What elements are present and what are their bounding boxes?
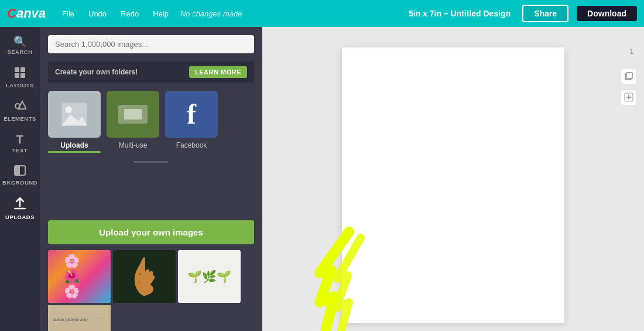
tab-active-indicator <box>48 151 101 153</box>
svg-rect-7 <box>15 166 20 175</box>
image-grid: 🌱🌿🌱 tattoo pattern strip <box>40 250 262 331</box>
sidebar-item-background[interactable]: BKGROUND <box>0 159 40 192</box>
upload-images-button[interactable]: Upload your own images <box>48 220 254 244</box>
floral-image <box>48 250 111 303</box>
facebook-thumb: f <box>165 91 218 138</box>
svg-point-13 <box>138 281 140 283</box>
design-canvas[interactable] <box>342 47 564 323</box>
download-button[interactable]: Download <box>577 6 637 21</box>
svg-text:tattoo pattern strip: tattoo pattern strip <box>53 317 88 322</box>
plant-image: 🌱🌿🌱 <box>178 250 241 303</box>
svg-rect-18 <box>626 73 632 79</box>
svg-point-10 <box>65 106 72 113</box>
svg-rect-3 <box>20 73 25 78</box>
hand-image <box>113 250 176 303</box>
image-thumb-floral[interactable] <box>48 250 111 303</box>
page-number: 1 <box>629 47 633 56</box>
folder-banner-text: Create your own folders! <box>55 68 138 76</box>
learn-more-button[interactable]: LEARN MORE <box>189 66 247 78</box>
save-status: No changes made <box>180 9 242 18</box>
duplicate-page-button[interactable] <box>621 68 637 84</box>
image-thumb-tattoo-strip[interactable]: tattoo pattern strip <box>48 305 111 331</box>
folder-banner: Create your own folders! LEARN MORE <box>48 62 254 83</box>
canvas-controls <box>621 68 637 105</box>
tab-facebook[interactable]: f Facebook <box>165 91 218 153</box>
icon-bar: 🔍 SEARCH LAYOUTS ELEMENTS <box>0 27 40 331</box>
search-icon: 🔍 <box>13 36 27 47</box>
uploads-thumb <box>48 91 101 138</box>
sidebar-item-text[interactable]: T TEXT <box>0 128 40 159</box>
scroll-bar <box>133 161 169 163</box>
search-input[interactable] <box>48 35 254 53</box>
svg-rect-0 <box>15 67 19 72</box>
uploads-icon <box>14 197 26 212</box>
sidebar-item-search[interactable]: 🔍 SEARCH <box>0 30 40 61</box>
tab-facebook-label: Facebook <box>176 141 207 149</box>
topbar: Canva File Undo Redo Help No changes mad… <box>0 0 644 27</box>
tab-multiuse-label: Multi-use <box>119 141 148 149</box>
menu-undo[interactable]: Undo <box>84 7 111 21</box>
elements-icon <box>13 100 26 114</box>
multiuse-icon <box>118 105 148 124</box>
tab-uploads-label: Uploads <box>60 141 88 149</box>
sidebar-item-layouts[interactable]: LAYOUTS <box>0 61 40 94</box>
canvas-area: 1 <box>262 27 644 331</box>
sidebar-item-uploads[interactable]: UPLOADS <box>0 192 40 226</box>
bkground-icon <box>14 165 26 178</box>
menu-file[interactable]: File <box>57 7 79 21</box>
multiuse-thumb <box>107 91 159 138</box>
canva-logo: Canva <box>7 6 46 21</box>
layouts-icon <box>14 67 26 80</box>
design-title: 5in x 7in – Untitled Design <box>409 9 511 18</box>
add-page-button[interactable] <box>621 89 637 105</box>
tattoo-strip-image: tattoo pattern strip <box>48 305 111 331</box>
source-tabs: Uploads Multi-use f <box>48 91 254 153</box>
menu-redo[interactable]: Redo <box>116 7 143 21</box>
tab-multiuse[interactable]: Multi-use <box>107 91 159 153</box>
main-area: 🔍 SEARCH LAYOUTS ELEMENTS <box>0 27 644 331</box>
sidebar-item-elements[interactable]: ELEMENTS <box>0 94 40 128</box>
image-thumb-hand[interactable] <box>113 250 176 303</box>
image-thumb-plants[interactable]: 🌱🌿🌱 <box>178 250 241 303</box>
scroll-indicator <box>48 161 254 163</box>
svg-point-12 <box>139 272 142 275</box>
facebook-f-icon: f <box>187 100 196 128</box>
share-button[interactable]: Share <box>522 5 568 22</box>
panel: Create your own folders! LEARN MORE <box>40 27 262 331</box>
text-icon: T <box>16 134 24 145</box>
svg-rect-1 <box>20 67 25 72</box>
multiuse-icon-inner <box>124 109 142 120</box>
svg-rect-2 <box>15 73 19 78</box>
tab-uploads[interactable]: Uploads <box>48 91 101 153</box>
menu-help[interactable]: Help <box>148 7 173 21</box>
